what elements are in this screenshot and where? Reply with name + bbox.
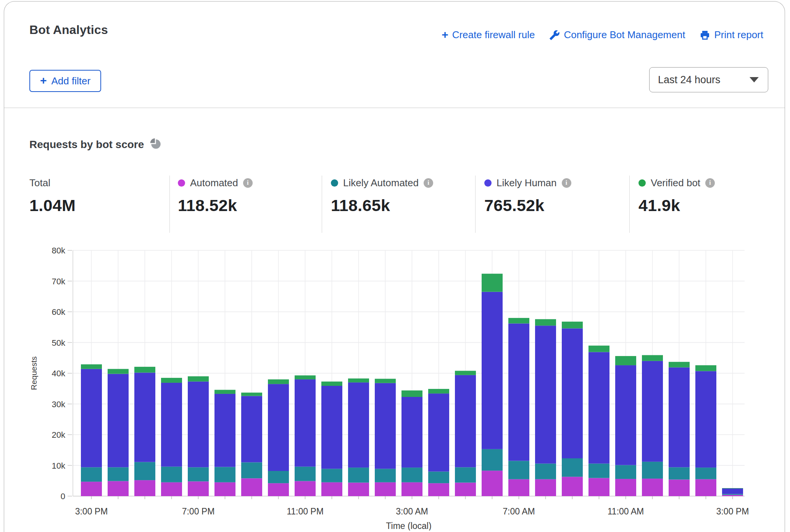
bar-segment[interactable] — [588, 464, 609, 478]
bar-segment[interactable] — [722, 494, 743, 495]
bar-segment[interactable] — [642, 355, 663, 361]
bar-segment[interactable] — [695, 365, 716, 371]
bar-segment[interactable] — [161, 482, 182, 496]
bar-segment[interactable] — [295, 376, 316, 379]
bar-segment[interactable] — [268, 471, 289, 483]
bar-segment[interactable] — [615, 365, 636, 465]
bar-segment[interactable] — [214, 482, 235, 496]
bar-segment[interactable] — [615, 356, 636, 365]
bar-segment[interactable] — [508, 479, 529, 496]
bar-segment[interactable] — [134, 367, 155, 372]
bar-segment[interactable] — [508, 461, 529, 479]
bar-segment[interactable] — [348, 468, 369, 482]
bar-segment[interactable] — [321, 482, 342, 496]
bar-segment[interactable] — [669, 368, 690, 468]
bar-segment[interactable] — [268, 483, 289, 496]
bar-segment[interactable] — [722, 488, 743, 488]
bar-segment[interactable] — [321, 386, 342, 469]
bar-segment[interactable] — [482, 274, 503, 292]
bar-segment[interactable] — [562, 322, 583, 329]
bar-segment[interactable] — [508, 324, 529, 461]
bar-segment[interactable] — [108, 467, 129, 481]
bar-segment[interactable] — [348, 483, 369, 496]
bar-segment[interactable] — [535, 464, 556, 479]
bar-segment[interactable] — [642, 462, 663, 479]
bar-segment[interactable] — [348, 379, 369, 382]
info-icon[interactable]: i — [705, 178, 715, 188]
bar-segment[interactable] — [455, 483, 476, 496]
bar-segment[interactable] — [428, 472, 449, 484]
bar-segment[interactable] — [134, 480, 155, 496]
bar-segment[interactable] — [562, 328, 583, 458]
bar-segment[interactable] — [241, 393, 262, 396]
bar-segment[interactable] — [428, 389, 449, 393]
bar-segment[interactable] — [108, 481, 129, 496]
bar-segment[interactable] — [642, 479, 663, 496]
bar-segment[interactable] — [214, 390, 235, 393]
info-icon[interactable]: i — [562, 178, 571, 188]
bar-segment[interactable] — [401, 390, 422, 397]
bar-segment[interactable] — [295, 481, 316, 496]
bar-segment[interactable] — [535, 326, 556, 463]
bar-segment[interactable] — [214, 394, 235, 467]
bar-segment[interactable] — [161, 467, 182, 482]
bar-segment[interactable] — [348, 382, 369, 468]
bar-segment[interactable] — [401, 482, 422, 496]
bar-segment[interactable] — [188, 481, 209, 496]
bar-segment[interactable] — [375, 469, 396, 482]
bar-segment[interactable] — [268, 379, 289, 384]
add-filter-button[interactable]: + Add filter — [29, 70, 101, 92]
bar-segment[interactable] — [535, 479, 556, 496]
time-range-select[interactable]: Last 24 hours — [649, 67, 768, 92]
bar-segment[interactable] — [108, 374, 129, 468]
bar-segment[interactable] — [482, 292, 503, 449]
bar-segment[interactable] — [428, 393, 449, 471]
bar-segment[interactable] — [508, 318, 529, 323]
bar-segment[interactable] — [455, 371, 476, 375]
info-icon[interactable]: i — [243, 178, 253, 188]
bar-segment[interactable] — [134, 462, 155, 480]
print-report-link[interactable]: Print report — [700, 29, 763, 41]
bar-segment[interactable] — [188, 467, 209, 481]
bar-segment[interactable] — [615, 465, 636, 479]
bar-segment[interactable] — [375, 383, 396, 469]
bar-segment[interactable] — [241, 462, 262, 478]
bar-segment[interactable] — [401, 397, 422, 468]
bar-segment[interactable] — [669, 362, 690, 367]
bar-segment[interactable] — [695, 479, 716, 496]
configure-bot-management-link[interactable]: Configure Bot Management — [549, 29, 685, 41]
bar-segment[interactable] — [295, 379, 316, 467]
bar-segment[interactable] — [588, 346, 609, 352]
bar-segment[interactable] — [81, 364, 102, 369]
bar-segment[interactable] — [695, 371, 716, 468]
bar-segment[interactable] — [375, 482, 396, 496]
bar-segment[interactable] — [455, 375, 476, 468]
bar-segment[interactable] — [295, 467, 316, 481]
bar-segment[interactable] — [321, 382, 342, 386]
bar-segment[interactable] — [588, 478, 609, 496]
bar-segment[interactable] — [188, 382, 209, 468]
create-firewall-rule-link[interactable]: + Create firewall rule — [442, 29, 535, 41]
bar-segment[interactable] — [669, 467, 690, 479]
bar-segment[interactable] — [81, 369, 102, 468]
bar-segment[interactable] — [562, 458, 583, 477]
bar-segment[interactable] — [562, 477, 583, 496]
bar-segment[interactable] — [428, 483, 449, 496]
bar-segment[interactable] — [81, 467, 102, 482]
bar-segment[interactable] — [722, 495, 743, 496]
bar-segment[interactable] — [108, 369, 129, 374]
bar-segment[interactable] — [161, 378, 182, 383]
bar-segment[interactable] — [81, 482, 102, 496]
bar-segment[interactable] — [161, 383, 182, 467]
bar-segment[interactable] — [268, 384, 289, 471]
bar-segment[interactable] — [375, 379, 396, 383]
info-icon[interactable]: i — [424, 178, 433, 188]
bar-segment[interactable] — [722, 488, 743, 494]
bar-segment[interactable] — [482, 471, 503, 496]
bar-segment[interactable] — [321, 469, 342, 482]
bar-segment[interactable] — [642, 361, 663, 462]
bar-segment[interactable] — [134, 372, 155, 462]
bar-segment[interactable] — [188, 376, 209, 382]
bar-segment[interactable] — [535, 319, 556, 326]
bar-segment[interactable] — [669, 480, 690, 496]
